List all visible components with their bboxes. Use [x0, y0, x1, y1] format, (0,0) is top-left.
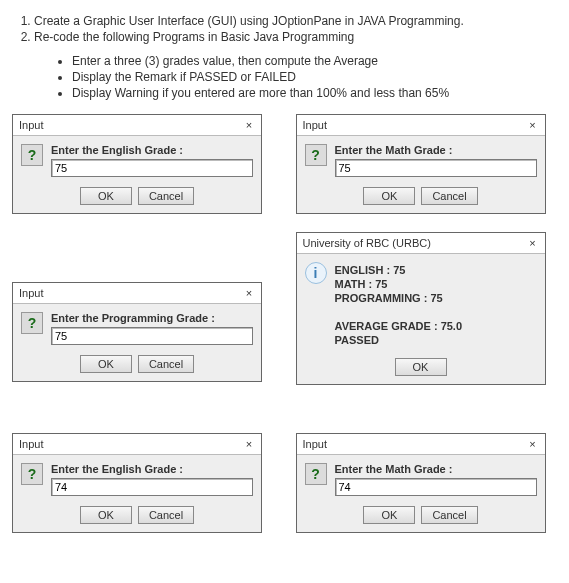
- instruction-subitem: Display Warning if you entered are more …: [72, 86, 557, 100]
- prompt-label: Enter the English Grade :: [51, 144, 253, 156]
- result-dialog: University of RBC (URBC) × i ENGLISH : 7…: [296, 232, 546, 385]
- ok-button[interactable]: OK: [363, 506, 415, 524]
- result-line: AVERAGE GRADE : 75.0: [335, 320, 537, 332]
- prompt-label: Enter the Math Grade :: [335, 144, 537, 156]
- question-icon: ?: [305, 463, 327, 485]
- dialog-title: Input: [17, 119, 43, 131]
- dialog-title: Input: [301, 119, 327, 131]
- instruction-subitem: Display the Remark if PASSED or FAILED: [72, 70, 557, 84]
- ok-button[interactable]: OK: [80, 187, 132, 205]
- grade-input[interactable]: [51, 327, 253, 345]
- input-dialog-math-2: Input × ? Enter the Math Grade : OK Canc…: [296, 433, 546, 533]
- dialog-title: Input: [301, 438, 327, 450]
- prompt-label: Enter the English Grade :: [51, 463, 253, 475]
- result-line: MATH : 75: [335, 278, 537, 290]
- question-icon: ?: [21, 463, 43, 485]
- grade-input[interactable]: [51, 159, 253, 177]
- grade-input[interactable]: [51, 478, 253, 496]
- cancel-button[interactable]: Cancel: [138, 187, 194, 205]
- cancel-button[interactable]: Cancel: [421, 506, 477, 524]
- close-icon[interactable]: ×: [525, 236, 541, 250]
- dialog-title: Input: [17, 287, 43, 299]
- ok-button[interactable]: OK: [80, 506, 132, 524]
- dialog-title: Input: [17, 438, 43, 450]
- input-dialog-english: Input × ? Enter the English Grade : OK C…: [12, 114, 262, 214]
- prompt-label: Enter the Math Grade :: [335, 463, 537, 475]
- close-icon[interactable]: ×: [241, 286, 257, 300]
- cancel-button[interactable]: Cancel: [421, 187, 477, 205]
- grade-input[interactable]: [335, 478, 537, 496]
- result-line: PROGRAMMING : 75: [335, 292, 537, 304]
- input-dialog-english-2: Input × ? Enter the English Grade : OK C…: [12, 433, 262, 533]
- input-dialog-math: Input × ? Enter the Math Grade : OK Canc…: [296, 114, 546, 214]
- cancel-button[interactable]: Cancel: [138, 355, 194, 373]
- instruction-item: Create a Graphic User Interface (GUI) us…: [34, 14, 557, 28]
- question-icon: ?: [21, 144, 43, 166]
- result-line: ENGLISH : 75: [335, 264, 537, 276]
- cancel-button[interactable]: Cancel: [138, 506, 194, 524]
- result-line: PASSED: [335, 334, 537, 346]
- input-dialog-programming: Input × ? Enter the Programming Grade : …: [12, 282, 262, 382]
- question-icon: ?: [305, 144, 327, 166]
- instruction-item: Re-code the following Programs in Basic …: [34, 30, 557, 44]
- dialog-title: University of RBC (URBC): [301, 237, 431, 249]
- instructions: Create a Graphic User Interface (GUI) us…: [12, 14, 557, 100]
- grade-input[interactable]: [335, 159, 537, 177]
- ok-button[interactable]: OK: [363, 187, 415, 205]
- prompt-label: Enter the Programming Grade :: [51, 312, 253, 324]
- close-icon[interactable]: ×: [525, 437, 541, 451]
- info-icon: i: [305, 262, 327, 284]
- ok-button[interactable]: OK: [80, 355, 132, 373]
- close-icon[interactable]: ×: [525, 118, 541, 132]
- close-icon[interactable]: ×: [241, 437, 257, 451]
- ok-button[interactable]: OK: [395, 358, 447, 376]
- result-line: [335, 306, 537, 318]
- instruction-subitem: Enter a three (3) grades value, then com…: [72, 54, 557, 68]
- close-icon[interactable]: ×: [241, 118, 257, 132]
- question-icon: ?: [21, 312, 43, 334]
